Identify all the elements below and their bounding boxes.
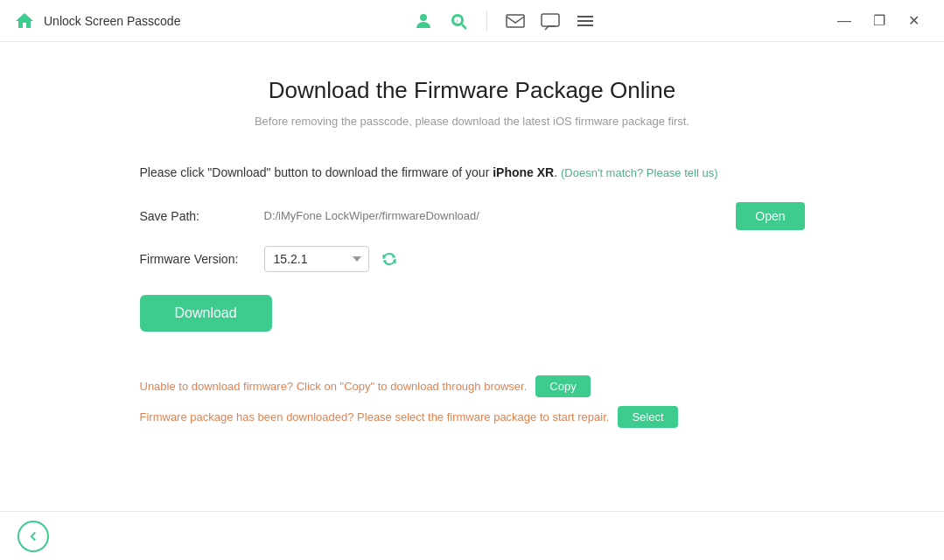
titlebar-icons: ♪	[409, 7, 599, 35]
firmware-version-label: Firmware Version:	[140, 252, 254, 266]
titlebar-title: Unlock Screen Passcode	[44, 14, 180, 28]
user-icon[interactable]	[409, 7, 437, 35]
svg-text:♪: ♪	[455, 17, 458, 24]
titlebar-left: Unlock Screen Passcode	[14, 10, 180, 32]
chat-icon[interactable]	[536, 7, 564, 35]
firmware-version-row: Firmware Version: 15.2.1 15.2 15.1.1 15.…	[140, 246, 805, 272]
instruction-prefix: Please click "Download" button to downlo…	[140, 165, 493, 179]
download-button[interactable]: Download	[140, 295, 272, 332]
menu-icon[interactable]	[571, 7, 599, 35]
page-subtitle: Before removing the passcode, please dow…	[255, 115, 689, 128]
close-button[interactable]: ✕	[899, 5, 930, 37]
select-row: Firmware package has been downloaded? Pl…	[140, 406, 805, 428]
svg-rect-5	[507, 15, 524, 27]
save-path-value: D:/iMyFone LockWiper/firmwareDownload/	[264, 209, 726, 222]
scan-icon[interactable]: ♪	[444, 7, 472, 35]
doesnt-match-link[interactable]: (Doesn't match? Please tell us)	[561, 166, 718, 179]
select-button[interactable]: Select	[618, 406, 677, 428]
refresh-icon[interactable]	[380, 249, 399, 269]
bottom-section: Unable to download firmware? Click on "C…	[140, 375, 805, 428]
titlebar: Unlock Screen Passcode ♪	[0, 0, 944, 42]
svg-rect-6	[542, 14, 559, 26]
select-instruction-text: Firmware package has been downloaded? Pl…	[140, 410, 610, 424]
firmware-version-select[interactable]: 15.2.1 15.2 15.1.1 15.1 15.0.2	[264, 246, 369, 272]
save-path-label: Save Path:	[140, 209, 254, 223]
save-path-row: Save Path: D:/iMyFone LockWiper/firmware…	[140, 202, 805, 230]
device-name: iPhone XR	[493, 165, 554, 179]
content-box: Please click "Download" button to downlo…	[140, 163, 805, 437]
page-title: Download the Firmware Package Online	[269, 77, 675, 104]
instruction-text: Please click "Download" button to downlo…	[140, 163, 805, 183]
back-button[interactable]	[17, 521, 49, 552]
footer	[0, 511, 944, 560]
minimize-button[interactable]: —	[829, 5, 860, 37]
app-icon	[14, 10, 35, 32]
maximize-button[interactable]: ❐	[864, 5, 895, 37]
copy-button[interactable]: Copy	[535, 375, 590, 397]
copy-instruction-text: Unable to download firmware? Click on "C…	[140, 380, 528, 393]
titlebar-divider	[486, 10, 487, 32]
open-button[interactable]: Open	[736, 202, 804, 230]
window-controls: — ❐ ✕	[829, 5, 930, 37]
instruction-suffix: .	[554, 165, 557, 179]
svg-point-0	[420, 14, 427, 21]
main-content: Download the Firmware Package Online Bef…	[0, 42, 944, 511]
svg-line-3	[462, 24, 466, 29]
copy-row: Unable to download firmware? Click on "C…	[140, 375, 805, 397]
mail-icon[interactable]	[501, 7, 529, 35]
